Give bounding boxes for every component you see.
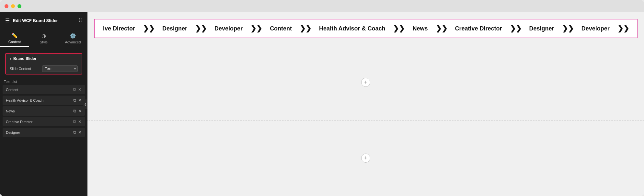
list-item-label: Content — [6, 88, 71, 92]
brand-slider-widget: ive Director ❯❯ Designer ❯❯ Developer ❯❯… — [94, 19, 638, 38]
list-item: News ⧉ ✕ — [3, 106, 85, 116]
app-window: ☰ Edit WCF Brand Slider ⠿ ✏️ Content ◑ S… — [0, 0, 644, 196]
slider-separator-icon: ❯❯ — [140, 24, 157, 33]
list-item-label: News — [6, 109, 71, 113]
slider-separator-icon: ❯❯ — [248, 24, 265, 33]
maximize-button[interactable] — [17, 4, 21, 8]
slider-item-text: Content — [265, 25, 297, 32]
slider-item: Designer ❯❯ — [157, 24, 209, 33]
canvas-section-2: + — [87, 121, 644, 196]
grid-icon[interactable]: ⠿ — [78, 17, 82, 24]
slider-separator-icon: ❯❯ — [559, 24, 576, 33]
slider-separator-icon: ❯❯ — [433, 24, 450, 33]
slider-item: Creative Director ❯❯ — [450, 24, 524, 33]
panel-collapse-arrow: ▾ — [10, 57, 11, 61]
list-item-remove-button[interactable]: ✕ — [78, 109, 82, 113]
slider-item: Content ❯❯ — [265, 24, 314, 33]
canvas-area: ive Director ❯❯ Designer ❯❯ Developer ❯❯… — [87, 12, 644, 196]
list-item-remove-button[interactable]: ✕ — [78, 98, 82, 102]
list-item-remove-button[interactable]: ✕ — [78, 120, 82, 124]
list-item-label: Designer — [6, 131, 71, 134]
slider-item: News ❯❯ — [407, 24, 450, 33]
text-list-section: Text List Content ⧉ ✕ Health Advisor & C… — [0, 78, 87, 140]
tab-style[interactable]: ◑ Style — [29, 29, 58, 47]
slider-item-text: Health Advisor & Coach — [314, 25, 390, 32]
slide-content-select[interactable]: Text — [42, 65, 78, 72]
slider-item-text: News — [407, 25, 433, 32]
advanced-tab-icon: ⚙️ — [70, 33, 76, 39]
titlebar — [0, 0, 644, 12]
list-item-copy-button[interactable]: ⧉ — [73, 98, 76, 102]
sidebar-title: Edit WCF Brand Slider — [13, 18, 58, 23]
slider-item-text: Developer — [576, 25, 615, 32]
slider-separator-icon: ❯❯ — [615, 24, 632, 33]
list-item-remove-button[interactable]: ✕ — [78, 130, 82, 134]
brand-slider-header[interactable]: ▾ Brand Slider — [6, 54, 82, 63]
slider-item: Developer ❯❯ — [209, 24, 265, 33]
list-item-actions: ⧉ ✕ — [73, 120, 82, 124]
list-item: Content ⧉ ✕ — [3, 85, 85, 94]
text-list-items: Content ⧉ ✕ Health Advisor & Coach ⧉ ✕ — [3, 85, 85, 137]
list-item-actions: ⧉ ✕ — [73, 130, 82, 134]
list-item-copy-button[interactable]: ⧉ — [73, 120, 76, 124]
plus-icon-2: + — [364, 155, 368, 161]
slide-content-label: Slide Content — [10, 67, 42, 71]
brand-slider-panel: ▾ Brand Slider Slide Content Text ▾ — [5, 53, 82, 75]
sidebar-collapse-tab[interactable]: ❮ — [83, 99, 88, 109]
list-item-copy-button[interactable]: ⧉ — [73, 130, 76, 134]
slider-item: Health Advisor & Coach ❯❯ — [314, 24, 407, 33]
tab-content[interactable]: ✏️ Content — [0, 29, 29, 47]
list-item: Health Advisor & Coach ⧉ ✕ — [3, 96, 85, 105]
slide-content-select-wrapper: Text ▾ — [42, 65, 78, 72]
tab-content-label: Content — [8, 40, 21, 44]
app-body: ☰ Edit WCF Brand Slider ⠿ ✏️ Content ◑ S… — [0, 12, 644, 196]
slide-content-row: Slide Content Text ▾ — [6, 63, 82, 74]
list-item-actions: ⧉ ✕ — [73, 109, 82, 113]
list-item-actions: ⧉ ✕ — [73, 87, 82, 92]
list-item: Designer ⧉ ✕ — [3, 128, 85, 137]
panel-title: Brand Slider — [13, 56, 36, 61]
minimize-button[interactable] — [11, 4, 15, 8]
slider-item-text: Creative Director — [450, 25, 507, 32]
add-section-button-1[interactable]: + — [361, 78, 370, 87]
style-tab-icon: ◑ — [41, 33, 46, 39]
slider-separator-icon: ❯❯ — [507, 24, 524, 33]
sidebar: ☰ Edit WCF Brand Slider ⠿ ✏️ Content ◑ S… — [0, 12, 87, 196]
tab-style-label: Style — [40, 40, 48, 44]
sidebar-header: ☰ Edit WCF Brand Slider ⠿ — [0, 12, 87, 29]
list-item-actions: ⧉ ✕ — [73, 98, 82, 102]
tab-advanced-label: Advanced — [65, 40, 81, 44]
list-item-copy-button[interactable]: ⧉ — [73, 109, 76, 113]
tab-advanced[interactable]: ⚙️ Advanced — [58, 29, 87, 47]
list-item-label: Creative Director — [6, 120, 71, 124]
slider-item: Designer ❯❯ — [524, 24, 576, 33]
slider-item-text: Designer — [524, 25, 559, 32]
text-list-label: Text List — [3, 78, 85, 85]
close-button[interactable] — [5, 4, 8, 8]
canvas-plus-area: + + — [87, 45, 644, 196]
slider-item-text: Developer — [209, 25, 248, 32]
slider-item: ive Director ❯❯ — [98, 24, 157, 33]
sidebar-header-left: ☰ Edit WCF Brand Slider — [5, 17, 58, 24]
slider-item-text: ive Director — [98, 25, 140, 32]
list-item-label: Health Advisor & Coach — [6, 98, 71, 102]
slider-separator-icon: ❯❯ — [192, 24, 209, 33]
slider-track: ive Director ❯❯ Designer ❯❯ Developer ❯❯… — [95, 24, 635, 33]
list-item-copy-button[interactable]: ⧉ — [73, 87, 76, 92]
plus-icon-1: + — [364, 79, 368, 85]
hamburger-icon[interactable]: ☰ — [5, 17, 10, 24]
slider-item: Developer ❯❯ — [576, 24, 632, 33]
add-section-button-2[interactable]: + — [361, 154, 370, 163]
list-item-remove-button[interactable]: ✕ — [78, 87, 82, 92]
canvas-section-1: + — [87, 45, 644, 121]
sidebar-tabs: ✏️ Content ◑ Style ⚙️ Advanced — [0, 29, 87, 47]
content-tab-icon: ✏️ — [11, 32, 18, 39]
slider-separator-icon: ❯❯ — [390, 24, 407, 33]
list-item: Creative Director ⧉ ✕ — [3, 117, 85, 126]
slider-separator-icon: ❯❯ — [297, 24, 314, 33]
slider-item-text: Designer — [157, 25, 192, 32]
